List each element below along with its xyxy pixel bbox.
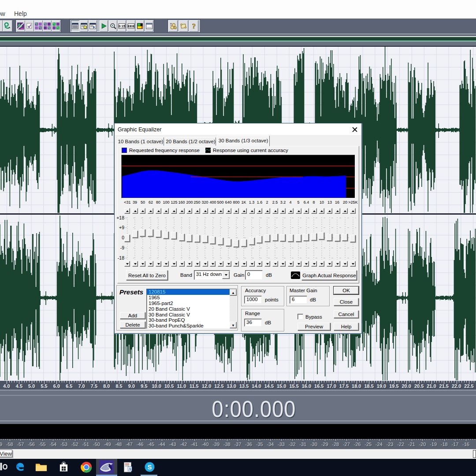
svg-text:S: S <box>148 464 152 471</box>
svg-text:A: A <box>129 467 131 471</box>
svg-text:EEE: EEE <box>127 24 134 28</box>
svg-text:?: ? <box>192 22 195 30</box>
svg-text:0:15: 0:15 <box>119 24 125 28</box>
